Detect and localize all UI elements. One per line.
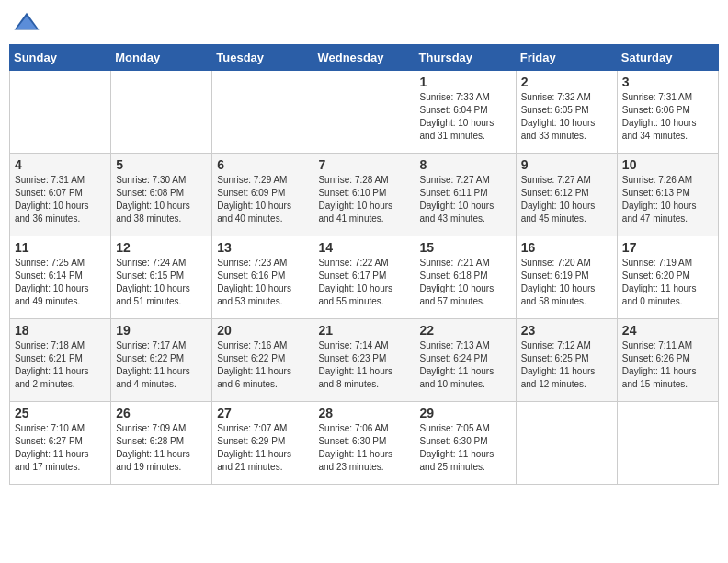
day-number: 4 — [15, 157, 106, 172]
day-number: 22 — [420, 323, 511, 338]
day-info: Sunrise: 7:16 AM Sunset: 6:22 PM Dayligh… — [217, 339, 308, 391]
calendar-cell: 24Sunrise: 7:11 AM Sunset: 6:26 PM Dayli… — [617, 319, 718, 402]
calendar-cell: 19Sunrise: 7:17 AM Sunset: 6:22 PM Dayli… — [111, 319, 212, 402]
day-info: Sunrise: 7:24 AM Sunset: 6:15 PM Dayligh… — [116, 257, 207, 308]
day-number: 29 — [420, 406, 511, 420]
calendar-cell: 7Sunrise: 7:28 AM Sunset: 6:10 PM Daylig… — [313, 154, 415, 236]
day-info: Sunrise: 7:27 AM Sunset: 6:12 PM Dayligh… — [521, 174, 612, 225]
day-number: 7 — [318, 157, 409, 172]
day-info: Sunrise: 7:11 AM Sunset: 6:26 PM Dayligh… — [622, 339, 713, 391]
calendar-cell: 2Sunrise: 7:32 AM Sunset: 6:05 PM Daylig… — [516, 71, 617, 154]
weekday-header-row: SundayMondayTuesdayWednesdayThursdayFrid… — [10, 45, 719, 71]
day-info: Sunrise: 7:23 AM Sunset: 6:16 PM Dayligh… — [217, 257, 308, 308]
day-info: Sunrise: 7:12 AM Sunset: 6:25 PM Dayligh… — [521, 339, 612, 391]
calendar-cell: 11Sunrise: 7:25 AM Sunset: 6:14 PM Dayli… — [10, 236, 111, 319]
calendar-cell: 1Sunrise: 7:33 AM Sunset: 6:04 PM Daylig… — [415, 71, 516, 154]
calendar-cell: 22Sunrise: 7:13 AM Sunset: 6:24 PM Dayli… — [415, 319, 516, 402]
day-number: 23 — [521, 323, 612, 338]
day-info: Sunrise: 7:26 AM Sunset: 6:13 PM Dayligh… — [622, 174, 713, 225]
day-info: Sunrise: 7:07 AM Sunset: 6:29 PM Dayligh… — [217, 422, 308, 474]
calendar-cell: 5Sunrise: 7:30 AM Sunset: 6:08 PM Daylig… — [111, 154, 212, 236]
weekday-header: Saturday — [617, 45, 718, 71]
day-info: Sunrise: 7:20 AM Sunset: 6:19 PM Dayligh… — [521, 257, 612, 308]
weekday-header: Wednesday — [313, 45, 415, 71]
day-number: 27 — [217, 406, 308, 420]
day-number: 6 — [217, 157, 308, 172]
calendar-cell — [516, 402, 617, 485]
calendar-cell — [313, 71, 415, 154]
calendar-cell: 13Sunrise: 7:23 AM Sunset: 6:16 PM Dayli… — [212, 236, 313, 319]
calendar-cell: 21Sunrise: 7:14 AM Sunset: 6:23 PM Dayli… — [313, 319, 415, 402]
weekday-header: Monday — [111, 45, 212, 71]
logo — [13, 9, 44, 37]
calendar-week-row: 25Sunrise: 7:10 AM Sunset: 6:27 PM Dayli… — [10, 402, 719, 485]
calendar-cell: 28Sunrise: 7:06 AM Sunset: 6:30 PM Dayli… — [313, 402, 415, 485]
day-info: Sunrise: 7:05 AM Sunset: 6:30 PM Dayligh… — [420, 422, 511, 474]
calendar-cell: 15Sunrise: 7:21 AM Sunset: 6:18 PM Dayli… — [415, 236, 516, 319]
day-info: Sunrise: 7:22 AM Sunset: 6:17 PM Dayligh… — [318, 257, 409, 308]
weekday-header: Thursday — [415, 45, 516, 71]
calendar-cell: 17Sunrise: 7:19 AM Sunset: 6:20 PM Dayli… — [617, 236, 718, 319]
day-info: Sunrise: 7:09 AM Sunset: 6:28 PM Dayligh… — [116, 422, 207, 474]
day-number: 20 — [217, 323, 308, 338]
calendar: SundayMondayTuesdayWednesdayThursdayFrid… — [9, 44, 719, 485]
day-number: 18 — [15, 323, 106, 338]
day-number: 9 — [521, 157, 612, 172]
day-number: 24 — [622, 323, 713, 338]
day-number: 25 — [15, 406, 106, 420]
day-number: 19 — [116, 323, 207, 338]
calendar-cell: 4Sunrise: 7:31 AM Sunset: 6:07 PM Daylig… — [10, 154, 111, 236]
weekday-header: Sunday — [10, 45, 111, 71]
day-number: 14 — [318, 240, 409, 255]
day-number: 11 — [15, 240, 106, 255]
day-number: 17 — [622, 240, 713, 255]
calendar-cell — [111, 71, 212, 154]
calendar-cell: 26Sunrise: 7:09 AM Sunset: 6:28 PM Dayli… — [111, 402, 212, 485]
day-info: Sunrise: 7:32 AM Sunset: 6:05 PM Dayligh… — [521, 91, 612, 143]
day-info: Sunrise: 7:06 AM Sunset: 6:30 PM Dayligh… — [318, 422, 409, 474]
calendar-cell — [617, 402, 718, 485]
day-number: 1 — [420, 75, 511, 89]
day-number: 28 — [318, 406, 409, 420]
calendar-week-row: 11Sunrise: 7:25 AM Sunset: 6:14 PM Dayli… — [10, 236, 719, 319]
calendar-cell: 16Sunrise: 7:20 AM Sunset: 6:19 PM Dayli… — [516, 236, 617, 319]
weekday-header: Tuesday — [212, 45, 313, 71]
logo-icon — [13, 9, 40, 37]
calendar-cell: 10Sunrise: 7:26 AM Sunset: 6:13 PM Dayli… — [617, 154, 718, 236]
day-number: 13 — [217, 240, 308, 255]
day-number: 16 — [521, 240, 612, 255]
calendar-cell: 20Sunrise: 7:16 AM Sunset: 6:22 PM Dayli… — [212, 319, 313, 402]
day-info: Sunrise: 7:31 AM Sunset: 6:06 PM Dayligh… — [622, 91, 713, 143]
day-info: Sunrise: 7:27 AM Sunset: 6:11 PM Dayligh… — [420, 174, 511, 225]
day-number: 26 — [116, 406, 207, 420]
day-info: Sunrise: 7:31 AM Sunset: 6:07 PM Dayligh… — [15, 174, 106, 225]
day-info: Sunrise: 7:21 AM Sunset: 6:18 PM Dayligh… — [420, 257, 511, 308]
calendar-cell: 18Sunrise: 7:18 AM Sunset: 6:21 PM Dayli… — [10, 319, 111, 402]
day-info: Sunrise: 7:28 AM Sunset: 6:10 PM Dayligh… — [318, 174, 409, 225]
calendar-cell: 25Sunrise: 7:10 AM Sunset: 6:27 PM Dayli… — [10, 402, 111, 485]
calendar-cell — [10, 71, 111, 154]
weekday-header: Friday — [516, 45, 617, 71]
day-number: 12 — [116, 240, 207, 255]
day-number: 10 — [622, 157, 713, 172]
page-header — [9, 9, 719, 37]
calendar-cell: 6Sunrise: 7:29 AM Sunset: 6:09 PM Daylig… — [212, 154, 313, 236]
calendar-cell: 14Sunrise: 7:22 AM Sunset: 6:17 PM Dayli… — [313, 236, 415, 319]
day-info: Sunrise: 7:19 AM Sunset: 6:20 PM Dayligh… — [622, 257, 713, 308]
day-number: 2 — [521, 75, 612, 89]
day-info: Sunrise: 7:25 AM Sunset: 6:14 PM Dayligh… — [15, 257, 106, 308]
day-number: 5 — [116, 157, 207, 172]
calendar-week-row: 1Sunrise: 7:33 AM Sunset: 6:04 PM Daylig… — [10, 71, 719, 154]
calendar-cell — [212, 71, 313, 154]
calendar-cell: 27Sunrise: 7:07 AM Sunset: 6:29 PM Dayli… — [212, 402, 313, 485]
day-info: Sunrise: 7:13 AM Sunset: 6:24 PM Dayligh… — [420, 339, 511, 391]
day-info: Sunrise: 7:10 AM Sunset: 6:27 PM Dayligh… — [15, 422, 106, 474]
day-info: Sunrise: 7:17 AM Sunset: 6:22 PM Dayligh… — [116, 339, 207, 391]
calendar-cell: 23Sunrise: 7:12 AM Sunset: 6:25 PM Dayli… — [516, 319, 617, 402]
day-info: Sunrise: 7:30 AM Sunset: 6:08 PM Dayligh… — [116, 174, 207, 225]
day-number: 21 — [318, 323, 409, 338]
calendar-cell: 29Sunrise: 7:05 AM Sunset: 6:30 PM Dayli… — [415, 402, 516, 485]
calendar-week-row: 4Sunrise: 7:31 AM Sunset: 6:07 PM Daylig… — [10, 154, 719, 236]
calendar-week-row: 18Sunrise: 7:18 AM Sunset: 6:21 PM Dayli… — [10, 319, 719, 402]
calendar-cell: 3Sunrise: 7:31 AM Sunset: 6:06 PM Daylig… — [617, 71, 718, 154]
